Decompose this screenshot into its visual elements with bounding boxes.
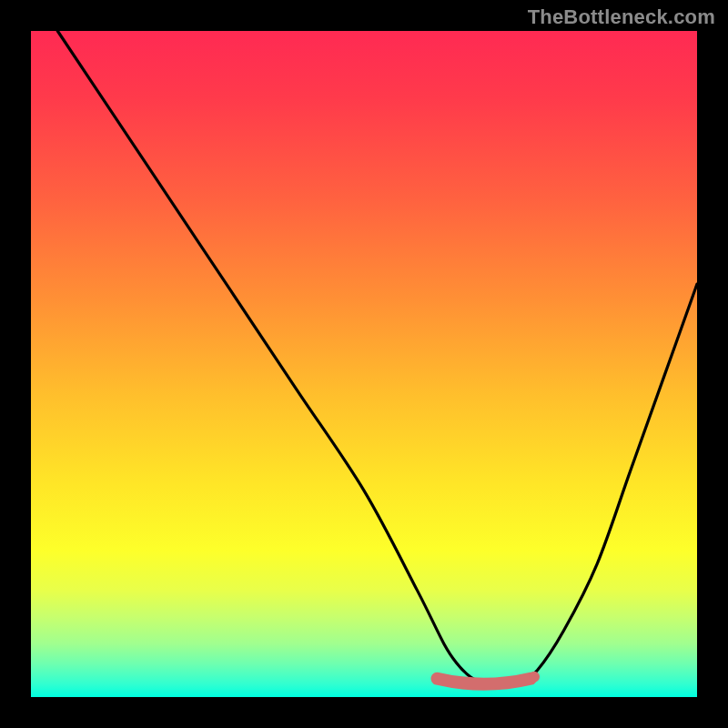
watermark-text: TheBottleneck.com	[528, 5, 715, 29]
floor-highlight	[438, 679, 531, 684]
floor-highlight-endcap	[529, 672, 540, 682]
bottleneck-curve-path	[57, 31, 697, 684]
plot-area	[31, 31, 697, 697]
bottleneck-curve-svg	[31, 31, 697, 697]
chart-frame: TheBottleneck.com	[0, 0, 728, 728]
